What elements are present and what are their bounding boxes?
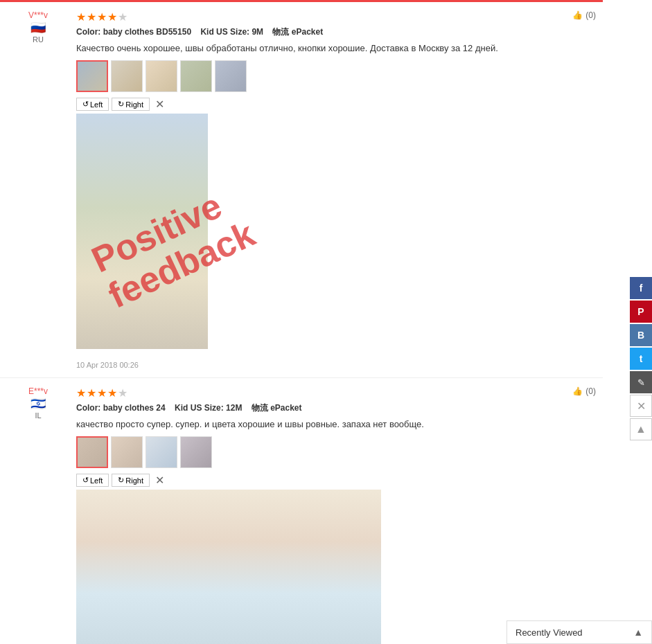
review-item: V***v 🇷🇺 RU 👍 (0) ★ ★ ★ ★ ★ Color: ba — [0, 2, 603, 378]
image-nav-controls-2: ↺ Left ↻ Right ✕ — [76, 474, 592, 487]
star-1: ★ — [76, 10, 86, 24]
star-2-5: ★ — [118, 386, 127, 400]
arrow-left-icon-2: ↺ — [82, 476, 89, 485]
like-count-2: (0) — [585, 386, 596, 396]
twitter-button[interactable]: t — [630, 348, 652, 370]
review-text: Качество очень хорошее, швы обработаны о… — [76, 42, 592, 55]
thumbnail-4[interactable] — [180, 60, 212, 92]
review-meta: Color: baby clothes BD55150 Kid US Size:… — [76, 26, 592, 38]
star-5: ★ — [118, 10, 127, 24]
review-content-2: ★ ★ ★ ★ ★ Color: baby clothes 24 Kid US … — [76, 386, 592, 644]
right-label-2: Right — [125, 476, 143, 485]
edit-button[interactable]: ✎ — [630, 371, 652, 393]
close-social-button[interactable]: ✕ — [630, 395, 652, 417]
color-value: baby clothes BD55150 — [103, 27, 191, 37]
color-value-2: baby clothes 24 — [103, 403, 166, 413]
review-meta-2: Color: baby clothes 24 Kid US Size: 12M … — [76, 402, 592, 414]
arrow-left-icon: ↺ — [82, 100, 89, 109]
image-viewer: Positivefeedback — [76, 114, 208, 349]
star-rating-2: ★ ★ ★ ★ ★ — [76, 386, 592, 400]
review-content: ★ ★ ★ ★ ★ Color: baby clothes BD55150 Ki… — [76, 10, 592, 369]
star-2: ★ — [87, 10, 96, 24]
like-count: (0) — [585, 10, 596, 20]
thumbnail-2-1[interactable] — [76, 436, 108, 468]
thumbnail-2-2[interactable] — [111, 436, 143, 468]
size-value-2: 12M — [226, 403, 242, 413]
size-value: 9M — [252, 27, 263, 37]
reviewer-flag-2: 🇮🇱 — [10, 396, 66, 411]
twitter-icon: t — [640, 353, 643, 364]
up-arrow-icon: ▲ — [635, 423, 646, 436]
shipping-value: ePacket — [292, 27, 323, 37]
star-2-3: ★ — [97, 386, 107, 400]
facebook-button[interactable]: f — [630, 277, 652, 299]
thumbnail-5[interactable] — [215, 60, 247, 92]
thumbnail-2-4[interactable] — [180, 436, 212, 468]
review-image-large-2 — [76, 490, 381, 644]
shipping-value-2: ePacket — [270, 403, 301, 413]
reviewer-info: V***v 🇷🇺 RU — [10, 10, 66, 44]
review-date: 10 Apr 2018 00:26 — [76, 361, 592, 369]
edit-icon: ✎ — [637, 377, 645, 388]
arrow-right-icon: ↻ — [118, 100, 124, 109]
vk-button[interactable]: В — [630, 324, 652, 346]
star-2-1: ★ — [76, 386, 86, 400]
thumbnail-3[interactable] — [146, 60, 177, 92]
recently-viewed-bar[interactable]: Recently Viewed ▲ — [506, 620, 652, 644]
star-2-4: ★ — [107, 386, 117, 400]
image-left-button-2[interactable]: ↺ Left — [76, 474, 109, 487]
watermark: Positivefeedback — [86, 179, 261, 316]
image-nav-controls: ↺ Left ↻ Right ✕ — [76, 98, 592, 111]
star-rating: ★ ★ ★ ★ ★ — [76, 10, 592, 24]
left-label-2: Left — [90, 476, 103, 485]
recently-viewed-label: Recently Viewed — [516, 627, 583, 638]
image-close-button[interactable]: ✕ — [155, 98, 164, 111]
image-right-button-2[interactable]: ↻ Right — [112, 474, 150, 487]
size-label-2: Kid US Size: — [175, 403, 224, 413]
color-label-2: Color: — [76, 403, 100, 413]
right-label: Right — [125, 100, 143, 109]
reviewer-country-2: IL — [10, 411, 66, 420]
vk-icon: В — [637, 330, 644, 341]
pinterest-button[interactable]: P — [630, 301, 652, 323]
reviewer-flag: 🇷🇺 — [10, 20, 66, 35]
like-button[interactable]: 👍 (0) — [572, 10, 596, 20]
image-left-button[interactable]: ↺ Left — [76, 98, 109, 111]
reviewer-country: RU — [10, 35, 66, 44]
thumbnail-1[interactable] — [76, 60, 108, 92]
thumbnail-2[interactable] — [111, 60, 143, 92]
image-viewer-2 — [76, 490, 381, 644]
social-sidebar: f P В t ✎ ✕ ▲ — [630, 277, 652, 440]
close-icon: ✕ — [637, 400, 646, 413]
star-4: ★ — [107, 10, 117, 24]
review-item-2: E***v 🇮🇱 IL 👍 (0) ★ ★ ★ ★ ★ Color: ba — [0, 378, 603, 644]
thumb-up-icon: 👍 — [572, 10, 583, 20]
image-right-button[interactable]: ↻ Right — [112, 98, 150, 111]
thumb-up-icon-2: 👍 — [572, 386, 583, 396]
shipping-label: 物流 — [272, 27, 289, 37]
image-close-button-2[interactable]: ✕ — [155, 474, 164, 487]
recently-viewed-arrow: ▲ — [633, 627, 643, 638]
reviewer-info-2: E***v 🇮🇱 IL — [10, 386, 66, 420]
reviewer-name-2: E***v — [10, 386, 66, 396]
review-image-large: Positivefeedback — [76, 114, 208, 349]
pinterest-icon: P — [637, 306, 644, 317]
size-label: Kid US Size: — [200, 27, 249, 37]
shipping-label-2: 物流 — [252, 403, 268, 413]
scroll-up-button[interactable]: ▲ — [630, 418, 652, 440]
like-button-2[interactable]: 👍 (0) — [572, 386, 596, 396]
arrow-right-icon-2: ↻ — [118, 476, 124, 485]
color-label: Color: — [76, 27, 100, 37]
left-label: Left — [90, 100, 103, 109]
review-text-2: качество просто супер. супер. и цвета хо… — [76, 418, 592, 431]
star-2-2: ★ — [87, 386, 96, 400]
facebook-icon: f — [640, 283, 643, 294]
thumbnail-2-3[interactable] — [146, 436, 177, 468]
thumbnail-row-2 — [76, 436, 592, 468]
reviewer-name: V***v — [10, 10, 66, 20]
thumbnail-row — [76, 60, 592, 92]
star-3: ★ — [97, 10, 107, 24]
